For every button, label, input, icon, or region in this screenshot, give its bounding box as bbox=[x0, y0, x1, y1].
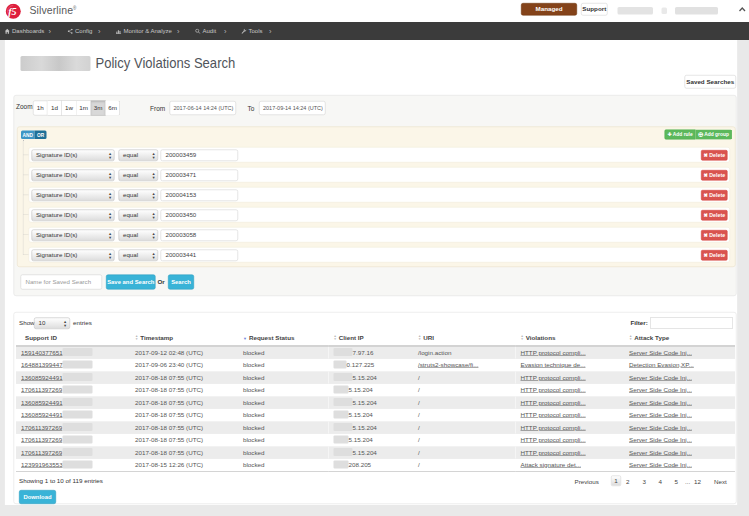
svg-text:f5: f5 bbox=[8, 6, 16, 17]
